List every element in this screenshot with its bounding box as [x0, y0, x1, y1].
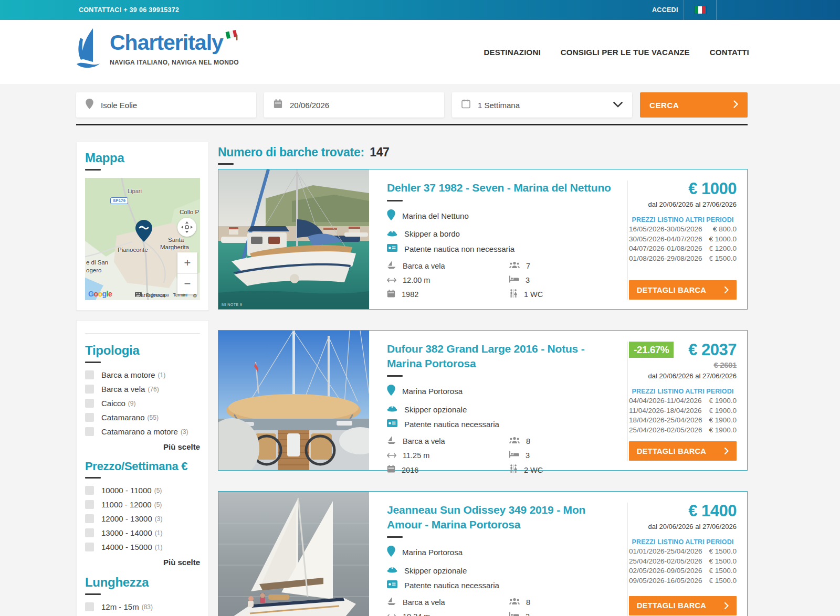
brand-tagline: NAVIGA ITALIANO, NAVIGA NEL MONDO: [110, 59, 239, 66]
spec-wc: 2 WC: [509, 464, 627, 475]
wc-count: 1 WC: [524, 290, 543, 299]
option-label[interactable]: 10000 - 11000: [101, 486, 152, 495]
period-price: € 1500.0: [709, 547, 737, 555]
boat-photo[interactable]: [218, 331, 369, 470]
checkbox[interactable]: [85, 500, 94, 509]
boat-info: Dufour 382 Grand Large 2016 - Notus - Ma…: [369, 331, 627, 470]
cabins-count: 3: [526, 451, 530, 460]
map-pan-control[interactable]: [177, 218, 196, 237]
location-pin-icon: [387, 209, 395, 222]
checkbox[interactable]: [85, 528, 94, 537]
spec-cabins: 3: [509, 275, 627, 285]
search-button[interactable]: CERCA: [640, 92, 748, 118]
option-label[interactable]: Caicco: [101, 399, 125, 408]
google-logo[interactable]: Google: [88, 290, 112, 298]
zoom-out-button[interactable]: −: [177, 274, 197, 295]
checkbox[interactable]: [85, 543, 94, 551]
checkbox[interactable]: [85, 385, 94, 394]
boat-length: 10.34 m: [403, 612, 430, 616]
boat-type: Barca a vela: [403, 437, 445, 445]
option-label[interactable]: 13000 - 14000: [101, 528, 152, 537]
checkbox[interactable]: [85, 427, 94, 436]
boat-details-button[interactable]: DETTAGLI BARCA: [629, 441, 737, 461]
map-terms-link[interactable]: Termini: [173, 292, 187, 298]
option-label[interactable]: 12000 - 13000: [101, 514, 152, 523]
option-label[interactable]: 12m - 15m: [101, 602, 139, 611]
license-card-icon: [387, 580, 397, 590]
filter-option: 11000 - 12000 (5): [85, 500, 200, 509]
boat-title[interactable]: Dufour 382 Grand Large 2016 - Notus - Ma…: [387, 342, 613, 370]
location-input[interactable]: Isole Eolie: [76, 92, 256, 118]
language-selector[interactable]: [684, 0, 717, 20]
location-pin-icon: [387, 546, 395, 559]
spec-type: Barca a vela: [387, 261, 509, 271]
google-map[interactable]: Lipari SP179 Collo P Santa Margherita Pi…: [85, 178, 200, 300]
period-price: € 1500.0: [709, 254, 737, 262]
zoom-in-button[interactable]: +: [177, 252, 197, 274]
bed-icon: [509, 275, 519, 285]
boat-details-button[interactable]: DETTAGLI BARCA: [629, 280, 737, 300]
period-price: € 1900.0: [709, 416, 737, 424]
date-input[interactable]: 20/06/2026: [264, 92, 444, 118]
price-period-row: 09/05/2026-16/05/2026€ 1500.0: [629, 577, 737, 585]
sailboat-icon: [387, 597, 396, 608]
results-header: Numero di barche trovate: 147: [218, 145, 389, 165]
spec-cabins: 3: [509, 451, 627, 460]
checkbox[interactable]: [85, 486, 94, 495]
option-label[interactable]: Barca a vela: [101, 385, 145, 394]
boat-title[interactable]: Jeanneau Sun Odissey 349 2019 - Mon Amou…: [387, 503, 613, 532]
checkbox[interactable]: [85, 413, 94, 422]
login-link[interactable]: ACCEDI: [652, 0, 678, 20]
heading-underline: [218, 163, 234, 165]
spec-cabins: 3: [509, 612, 627, 616]
details-button-label: DETTAGLI BARCA: [637, 601, 706, 610]
price-period-row: 11/04/2026-18/04/2026€ 1900.0: [629, 407, 737, 415]
more-choices-link[interactable]: Più scelte: [85, 558, 200, 567]
map-data-link[interactable]: Dati mappa: [146, 292, 169, 298]
gear-icon[interactable]: ⚙: [193, 293, 197, 299]
price-list-title: PREZZI LISTINO ALTRI PERIODI: [629, 538, 737, 546]
checkbox[interactable]: [85, 602, 94, 611]
option-label[interactable]: Catamarano a motore: [101, 427, 178, 436]
contact-phone[interactable]: CONTATTACI + 39 06 39915372: [79, 0, 179, 20]
logo[interactable]: Charteritaly NAVIGA ITALIANO, NAVIGA NEL…: [76, 27, 239, 72]
checkbox[interactable]: [85, 370, 94, 379]
period-range: 25/04/2026-02/05/2026: [629, 557, 702, 565]
nav-contatti[interactable]: CONTATTI: [710, 48, 749, 57]
filter-option: Barca a vela (76): [85, 385, 200, 394]
boat-year: 2016: [402, 466, 418, 474]
checkbox[interactable]: [85, 399, 94, 408]
map-marker[interactable]: [135, 220, 152, 242]
map-label-rogero: ogero: [86, 267, 101, 273]
duration-select[interactable]: 1 Settimana: [452, 92, 632, 118]
boat-photo[interactable]: [218, 492, 369, 616]
nav-destinazioni[interactable]: DESTINAZIONI: [484, 48, 541, 57]
option-label[interactable]: 14000 - 15000: [101, 543, 152, 551]
results-count-label: Numero di barche trovate:: [218, 145, 364, 159]
boat-title[interactable]: Dehler 37 1982 - Seven - Marina del Nett…: [387, 180, 613, 195]
spec-people: 8: [509, 597, 627, 608]
boat-details-button[interactable]: DETTAGLI BARCA: [629, 596, 737, 615]
option-label[interactable]: Barca a motore: [101, 370, 155, 379]
boat-type: Barca a vela: [403, 598, 445, 607]
period-range: 04/07/2026-01/08/2026: [629, 245, 702, 252]
option-label[interactable]: 11000 - 12000: [101, 500, 152, 509]
boat-length: 12.00 m: [403, 276, 430, 284]
boat-card: MI NOTE 9 Dehler 37 1982 - Seven - Marin…: [218, 169, 748, 310]
duration-value: 1 Settimana: [478, 101, 520, 110]
location-pin-icon: [86, 99, 93, 111]
more-choices-link[interactable]: Più scelte: [85, 442, 200, 451]
spec-length: 11.25 m: [387, 451, 509, 460]
license-info: Patente nautica necessaria: [404, 420, 499, 429]
boat-photo[interactable]: MI NOTE 9: [218, 169, 369, 309]
price-period-row: 01/08/2026-29/08/2026€ 1500.0: [629, 254, 737, 262]
period-price: € 1000.0: [709, 235, 737, 243]
title-underline: [387, 200, 403, 201]
filter-option: 12m - 15m (83): [85, 602, 200, 611]
option-label[interactable]: Catamarano: [101, 413, 145, 422]
checkbox[interactable]: [85, 514, 94, 523]
details-button-label: DETTAGLI BARCA: [637, 447, 706, 455]
nav-consigli[interactable]: CONSIGLI PER LE TUE VACANZE: [561, 48, 690, 57]
spec-length: 12.00 m: [387, 275, 509, 285]
photo-watermark: MI NOTE 9: [222, 303, 243, 306]
